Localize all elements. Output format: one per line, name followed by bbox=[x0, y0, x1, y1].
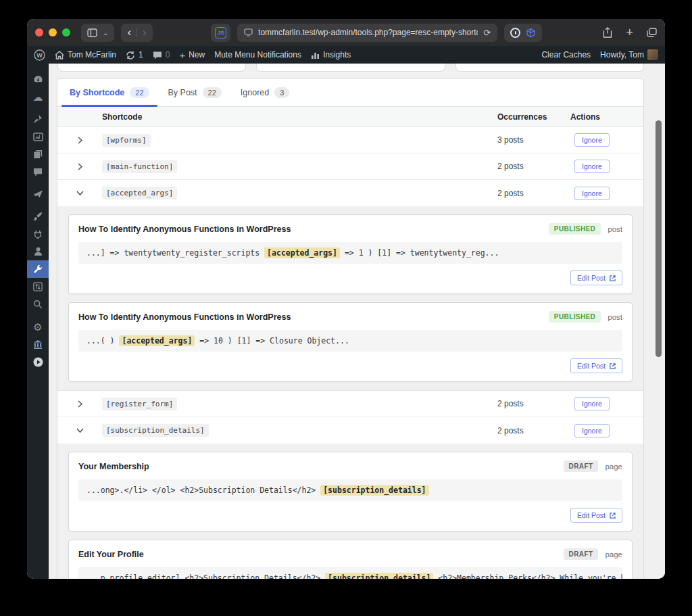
occurrences-value: 3 posts bbox=[497, 135, 570, 145]
building-icon bbox=[33, 340, 43, 349]
code-before: ...p_profile_editor] <h2>Subscription De… bbox=[86, 573, 325, 579]
chevron-right-icon[interactable] bbox=[77, 400, 83, 408]
js-extension-icon[interactable]: JS bbox=[215, 27, 226, 39]
code-match-highlight: [subscription_details] bbox=[320, 485, 428, 496]
zoom-button[interactable] bbox=[62, 28, 70, 37]
edit-post-button[interactable]: Edit Post bbox=[570, 358, 622, 373]
url-text[interactable]: tommcfarlin.test/wp-admin/tools.php?page… bbox=[258, 28, 478, 37]
site-menu-item[interactable]: Tom McFarlin bbox=[55, 50, 116, 60]
sidebar-item-videopress[interactable] bbox=[27, 353, 49, 371]
chevron-down-icon[interactable] bbox=[76, 427, 84, 433]
ignore-button[interactable]: Ignore bbox=[574, 397, 610, 410]
page-settings-icon[interactable] bbox=[244, 28, 253, 37]
table-row: [main-function] 2 posts Ignore bbox=[57, 153, 643, 180]
avatar bbox=[647, 49, 658, 60]
post-type-label: post bbox=[608, 225, 622, 233]
code-snippet: ...ong>.</li> </ol> <h2>Subscription Det… bbox=[78, 479, 622, 501]
sidebar-item-pages[interactable] bbox=[27, 145, 49, 163]
updates-menu-item[interactable]: 1 bbox=[126, 50, 143, 60]
post-title: How To Identify Anonymous Functions in W… bbox=[78, 224, 291, 234]
status-badge: PUBLISHED bbox=[549, 311, 601, 323]
clear-caches-menu-item[interactable]: Clear Caches bbox=[541, 50, 591, 60]
stat-box bbox=[455, 64, 644, 72]
tab-ignored[interactable]: Ignored 3 bbox=[231, 79, 299, 106]
sidebar-item-settings[interactable] bbox=[27, 278, 49, 295]
wrench-icon bbox=[33, 264, 43, 274]
reload-button[interactable]: ⟳ bbox=[483, 28, 491, 38]
close-button[interactable] bbox=[35, 28, 43, 37]
sidebar-item-posts[interactable] bbox=[27, 110, 49, 128]
post-card: Edit Your Profile DRAFT page ...p_profil… bbox=[68, 540, 633, 579]
my-account-menu-item[interactable]: Howdy, Tom bbox=[600, 49, 658, 60]
window-controls bbox=[35, 28, 70, 37]
sidebar-item-comments[interactable] bbox=[27, 163, 49, 181]
sidebar-toggle-icon[interactable] bbox=[87, 28, 97, 37]
tab-by-post[interactable]: By Post 22 bbox=[159, 79, 231, 106]
chevron-right-icon[interactable] bbox=[77, 137, 83, 144]
post-type-label: post bbox=[608, 313, 622, 321]
stat-box bbox=[256, 64, 445, 72]
sidebar-item-feedback[interactable] bbox=[27, 185, 49, 203]
code-before: ...( ) bbox=[86, 336, 119, 346]
share-icon[interactable] bbox=[603, 27, 612, 38]
sidebar-item-jetpack[interactable]: ☁ bbox=[27, 88, 49, 105]
insights-menu-item[interactable]: Insights bbox=[311, 50, 351, 60]
forward-button[interactable]: › bbox=[143, 26, 147, 39]
shortcode-chip: [main-function] bbox=[102, 160, 177, 173]
sidebar-item-dashboard[interactable] bbox=[27, 70, 49, 88]
browser-titlebar: ⌄ ‹ › JS tommcfarlin.test/wp-admin/tools… bbox=[27, 19, 665, 46]
column-header-actions: Actions bbox=[570, 112, 643, 122]
comments-menu-item[interactable]: 0 bbox=[153, 50, 170, 60]
code-after: => 10 ) [1] => Closure Object... bbox=[195, 336, 349, 346]
code-snippet: ...p_profile_editor] <h2>Subscription De… bbox=[78, 567, 622, 579]
sidebar-item-search[interactable] bbox=[27, 295, 49, 313]
tab-count-badge: 22 bbox=[130, 87, 149, 98]
sidebar-item-appearance[interactable] bbox=[27, 208, 49, 225]
cube-extension-icon[interactable] bbox=[526, 28, 536, 38]
tab-label: Ignored bbox=[241, 88, 269, 97]
sidebar-item-media[interactable] bbox=[27, 128, 49, 145]
sidebar-item-deploy[interactable]: ⚙ bbox=[27, 318, 49, 335]
stat-box bbox=[57, 64, 246, 72]
new-tab-icon[interactable]: + bbox=[626, 26, 633, 40]
paper-plane-icon bbox=[33, 189, 43, 199]
tab-by-shortcode[interactable]: By Shortcode 22 bbox=[60, 79, 159, 106]
address-bar[interactable]: tommcfarlin.test/wp-admin/tools.php?page… bbox=[237, 24, 497, 42]
wp-logo-icon[interactable]: W bbox=[34, 49, 45, 61]
chevron-right-icon[interactable] bbox=[77, 163, 83, 170]
chevron-down-icon[interactable] bbox=[76, 190, 84, 196]
post-title: Your Membership bbox=[78, 462, 149, 471]
ignore-button[interactable]: Ignore bbox=[574, 424, 610, 437]
js-extension-button[interactable]: JS bbox=[211, 24, 230, 42]
media-icon bbox=[33, 133, 43, 141]
sidebar-toggle-group[interactable]: ⌄ bbox=[81, 24, 114, 42]
cloud-icon: ☁ bbox=[33, 92, 43, 102]
sidebar-item-structure[interactable] bbox=[27, 335, 49, 353]
status-badge: DRAFT bbox=[564, 548, 599, 560]
code-match-highlight: [subscription_details] bbox=[325, 573, 433, 579]
post-type-label: page bbox=[605, 463, 622, 471]
sidebar-item-plugins[interactable] bbox=[27, 225, 49, 243]
minimize-button[interactable] bbox=[49, 28, 57, 37]
edit-post-button[interactable]: Edit Post bbox=[570, 508, 622, 523]
table-header: Shortcode Occurrences Actions bbox=[57, 107, 643, 127]
shortcode-chip: [subscription_details] bbox=[102, 424, 209, 437]
occurrences-value: 2 posts bbox=[497, 189, 570, 198]
ignore-button[interactable]: Ignore bbox=[574, 133, 610, 147]
edit-post-label: Edit Post bbox=[577, 511, 606, 519]
settings-sliders-icon bbox=[33, 282, 43, 291]
sidebar-item-users[interactable] bbox=[27, 243, 49, 260]
edit-post-button[interactable]: Edit Post bbox=[570, 270, 622, 285]
extensions-group bbox=[504, 24, 542, 42]
back-button[interactable]: ‹ bbox=[127, 26, 131, 39]
onepassword-icon[interactable] bbox=[510, 28, 520, 38]
chevron-down-icon[interactable]: ⌄ bbox=[103, 29, 108, 37]
mute-notifications-menu-item[interactable]: Mute Menu Notifications bbox=[214, 50, 301, 60]
new-content-menu-item[interactable]: + New bbox=[179, 49, 205, 61]
tab-overview-icon[interactable] bbox=[647, 28, 657, 37]
pages-icon bbox=[33, 149, 43, 159]
ignore-button[interactable]: Ignore bbox=[574, 160, 610, 173]
ignore-button[interactable]: Ignore bbox=[574, 187, 610, 200]
scrollbar-thumb[interactable] bbox=[656, 120, 662, 357]
sidebar-item-tools[interactable] bbox=[27, 260, 49, 278]
